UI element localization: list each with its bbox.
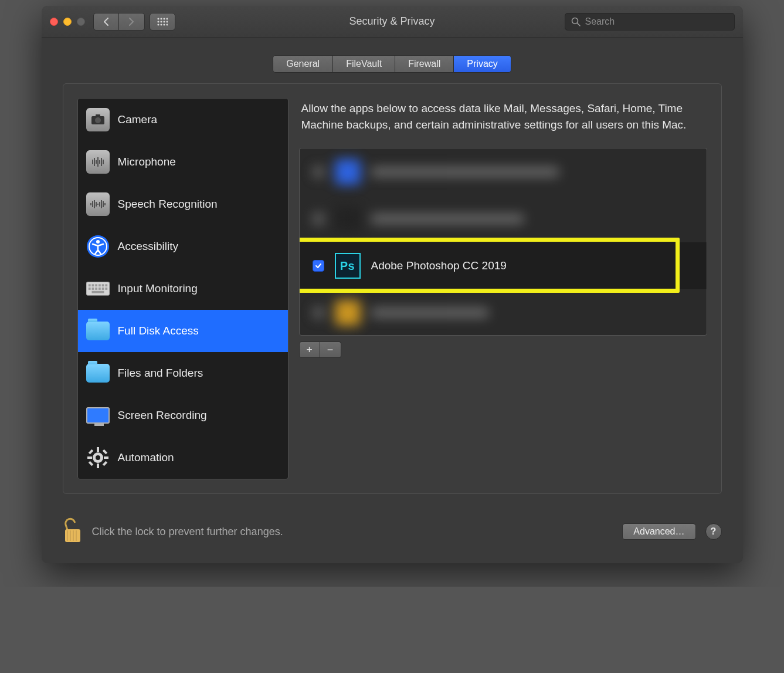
- svg-rect-60: [102, 461, 107, 466]
- sidebar-item-microphone[interactable]: Microphone: [78, 141, 288, 183]
- svg-point-7: [166, 21, 168, 22]
- advanced-button[interactable]: Advanced…: [622, 523, 695, 540]
- minimize-window-button[interactable]: [63, 18, 72, 26]
- sidebar-item-label: Accessibility: [118, 240, 178, 253]
- search-input[interactable]: [585, 16, 728, 27]
- svg-rect-44: [105, 284, 107, 286]
- app-row-photoshop[interactable]: Ps Adobe Photoshop CC 2019: [300, 242, 707, 289]
- window-controls: [50, 18, 85, 26]
- svg-rect-46: [91, 288, 94, 290]
- svg-rect-48: [98, 288, 100, 290]
- sidebar-item-camera[interactable]: Camera: [78, 99, 288, 141]
- svg-point-3: [166, 18, 168, 19]
- svg-point-0: [157, 18, 159, 19]
- svg-rect-39: [88, 284, 90, 286]
- lock-hint-label: Click the lock to prevent further change…: [92, 526, 283, 538]
- tab-general[interactable]: General: [273, 56, 333, 72]
- svg-rect-59: [88, 461, 93, 466]
- close-window-button[interactable]: [50, 18, 58, 26]
- tab-privacy[interactable]: Privacy: [454, 56, 510, 72]
- tab-filevault[interactable]: FileVault: [333, 56, 395, 72]
- chevron-left-icon: [103, 18, 109, 26]
- show-all-button[interactable]: [150, 13, 175, 31]
- nav-back-forward: [93, 13, 145, 31]
- svg-point-5: [160, 21, 162, 22]
- svg-point-37: [96, 240, 100, 244]
- forward-button[interactable]: [119, 13, 145, 31]
- detail-pane: Allow the apps below to access data like…: [299, 98, 707, 479]
- svg-rect-56: [104, 456, 108, 459]
- svg-point-2: [163, 18, 165, 19]
- svg-rect-41: [95, 284, 97, 286]
- content-body: General FileVault Firewall Privacy Camer…: [42, 38, 743, 500]
- svg-point-10: [163, 23, 165, 25]
- add-remove-controls: + −: [299, 341, 707, 358]
- unlock-button[interactable]: [63, 518, 83, 546]
- check-icon: [315, 262, 322, 269]
- detail-description: Allow the apps below to access data like…: [299, 98, 707, 133]
- sidebar-item-label: Screen Recording: [118, 409, 207, 422]
- svg-point-11: [166, 23, 168, 25]
- search-field[interactable]: [565, 13, 735, 31]
- photoshop-icon: Ps: [335, 253, 361, 279]
- svg-rect-43: [101, 284, 104, 286]
- sidebar-item-accessibility[interactable]: Accessibility: [78, 225, 288, 268]
- allowed-apps-list[interactable]: Ps Adobe Photoshop CC 2019: [299, 148, 707, 336]
- sidebar-item-label: Speech Recognition: [118, 198, 218, 211]
- sidebar-item-label: Files and Folders: [118, 367, 203, 380]
- chevron-right-icon: [128, 18, 134, 26]
- lock-open-icon: [63, 518, 83, 543]
- svg-rect-47: [95, 288, 97, 290]
- svg-rect-40: [91, 284, 94, 286]
- tab-firewall[interactable]: Firewall: [395, 56, 454, 72]
- zoom-window-button[interactable]: [77, 18, 85, 26]
- tab-bar: General FileVault Firewall Privacy: [63, 55, 722, 73]
- svg-point-4: [157, 21, 159, 22]
- display-icon: [86, 404, 110, 427]
- help-button[interactable]: ?: [705, 523, 722, 540]
- gear-icon: [86, 446, 110, 469]
- svg-point-8: [157, 23, 159, 25]
- sidebar-item-label: Microphone: [118, 155, 176, 168]
- search-icon: [571, 17, 581, 26]
- app-row-redacted: [300, 289, 707, 336]
- svg-rect-57: [88, 449, 93, 454]
- privacy-category-list[interactable]: Camera Microphone Speech Recognition: [77, 98, 289, 479]
- camera-icon: [86, 108, 110, 131]
- accessibility-icon: [86, 235, 110, 258]
- sidebar-item-speech[interactable]: Speech Recognition: [78, 183, 288, 225]
- svg-rect-42: [98, 284, 100, 286]
- remove-app-button[interactable]: −: [320, 341, 341, 358]
- sidebar-item-input-monitoring[interactable]: Input Monitoring: [78, 268, 288, 310]
- svg-rect-54: [97, 464, 99, 468]
- app-name-label: Adobe Photoshop CC 2019: [371, 259, 507, 272]
- sidebar-item-automation[interactable]: Automation: [78, 437, 288, 479]
- svg-rect-53: [97, 447, 99, 452]
- svg-rect-50: [105, 288, 107, 290]
- keyboard-icon: [86, 277, 110, 300]
- sidebar-item-label: Camera: [118, 113, 158, 126]
- add-app-button[interactable]: +: [299, 341, 320, 358]
- svg-point-15: [95, 117, 101, 123]
- svg-line-13: [577, 23, 580, 26]
- sidebar-item-files-folders[interactable]: Files and Folders: [78, 352, 288, 394]
- speech-icon: [86, 192, 110, 216]
- back-button[interactable]: [93, 13, 119, 31]
- footer: Click the lock to prevent further change…: [42, 500, 743, 563]
- svg-point-61: [96, 455, 100, 460]
- sidebar-item-label: Input Monitoring: [118, 282, 198, 295]
- svg-rect-45: [88, 288, 90, 290]
- svg-rect-51: [91, 291, 104, 293]
- svg-rect-58: [102, 449, 107, 454]
- sidebar-item-screen-recording[interactable]: Screen Recording: [78, 394, 288, 437]
- svg-rect-55: [87, 456, 92, 459]
- sidebar-item-full-disk-access[interactable]: Full Disk Access: [78, 310, 288, 352]
- privacy-panel: Camera Microphone Speech Recognition: [63, 83, 722, 494]
- app-enabled-checkbox[interactable]: [313, 260, 324, 272]
- svg-point-9: [160, 23, 162, 25]
- preferences-window: Security & Privacy General FileVault Fir…: [42, 6, 743, 563]
- titlebar: Security & Privacy: [42, 6, 743, 38]
- sidebar-item-label: Full Disk Access: [118, 324, 199, 337]
- svg-point-1: [160, 18, 162, 19]
- app-row-redacted: [300, 148, 707, 195]
